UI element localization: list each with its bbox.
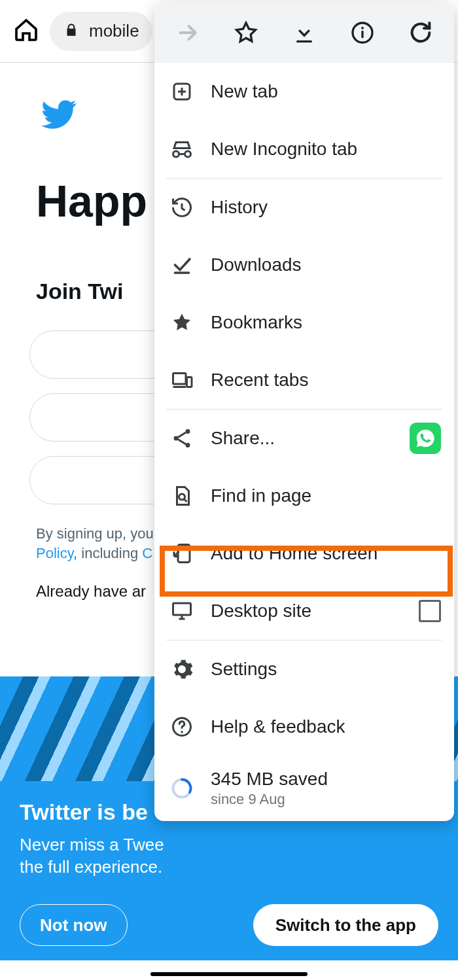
desktop-site-checkbox[interactable] — [419, 600, 441, 622]
forward-icon[interactable] — [169, 14, 206, 51]
menu-item-new-tab[interactable]: New tab — [154, 63, 454, 120]
menu-item-incognito[interactable]: New Incognito tab — [154, 120, 454, 178]
cookie-link[interactable]: C — [142, 545, 152, 561]
svg-rect-3 — [187, 377, 192, 387]
url-text: mobile — [89, 21, 139, 41]
switch-to-app-button[interactable]: Switch to the app — [253, 904, 438, 946]
menu-label: Share... — [211, 428, 395, 449]
menu-item-downloads[interactable]: Downloads — [154, 236, 454, 294]
history-icon — [167, 193, 196, 222]
svg-point-6 — [186, 443, 190, 447]
menu-label: Settings — [211, 659, 441, 680]
menu-item-help[interactable]: Help & feedback — [154, 698, 454, 756]
menu-label: Desktop site — [211, 601, 404, 621]
menu-item-data-saver[interactable]: 345 MB saved since 9 Aug — [154, 756, 454, 821]
desktop-icon — [167, 597, 196, 625]
whatsapp-icon[interactable] — [410, 423, 441, 454]
gear-icon — [167, 655, 196, 684]
menu-label: Bookmarks — [211, 312, 441, 333]
policy-link[interactable]: Policy — [36, 545, 73, 561]
menu-label: Add to Home screen — [211, 543, 441, 564]
svg-rect-9 — [173, 603, 191, 615]
data-saver-text: 345 MB saved since 9 Aug — [211, 769, 441, 808]
promo-body: Never miss a Tweethe full experience. — [20, 834, 438, 879]
menu-item-add-to-home[interactable]: Add to Home screen — [154, 525, 454, 582]
svg-rect-2 — [173, 374, 186, 385]
browser-overflow-menu: New tab New Incognito tab History Downlo… — [154, 3, 454, 821]
menu-top-toolbar — [154, 3, 454, 63]
star-filled-icon — [167, 308, 196, 337]
menu-item-share[interactable]: Share... — [154, 410, 454, 467]
reload-icon[interactable] — [402, 14, 439, 51]
add-to-home-icon — [167, 539, 196, 568]
menu-label: History — [211, 197, 441, 218]
menu-label: Downloads — [211, 254, 441, 275]
menu-item-bookmarks[interactable]: Bookmarks — [154, 294, 454, 351]
find-in-page-icon — [167, 481, 196, 510]
download-icon[interactable] — [286, 14, 323, 51]
incognito-icon — [167, 135, 196, 164]
url-pill[interactable]: mobile — [50, 12, 152, 51]
home-indicator — [150, 972, 308, 976]
lock-icon — [63, 22, 80, 41]
download-done-icon — [167, 251, 196, 279]
not-now-button[interactable]: Not now — [20, 904, 128, 946]
svg-point-5 — [186, 429, 190, 434]
home-icon[interactable] — [13, 17, 39, 46]
menu-item-find-in-page[interactable]: Find in page — [154, 467, 454, 525]
svg-rect-8 — [178, 545, 190, 563]
svg-point-4 — [174, 436, 179, 441]
menu-label: New Incognito tab — [211, 139, 441, 160]
menu-label: New tab — [211, 81, 441, 102]
menu-item-history[interactable]: History — [154, 179, 454, 236]
menu-item-recent-tabs[interactable]: Recent tabs — [154, 351, 454, 409]
menu-item-settings[interactable]: Settings — [154, 640, 454, 698]
info-icon[interactable] — [344, 14, 381, 51]
menu-label: Help & feedback — [211, 716, 441, 737]
menu-item-desktop-site[interactable]: Desktop site — [154, 582, 454, 640]
star-outline-icon[interactable] — [228, 14, 264, 51]
menu-label: Find in page — [211, 485, 441, 506]
help-icon — [167, 712, 196, 741]
data-saver-icon — [167, 774, 196, 803]
share-icon — [167, 424, 196, 453]
devices-icon — [167, 366, 196, 394]
plus-square-icon — [167, 77, 196, 106]
menu-label: Recent tabs — [211, 370, 441, 391]
